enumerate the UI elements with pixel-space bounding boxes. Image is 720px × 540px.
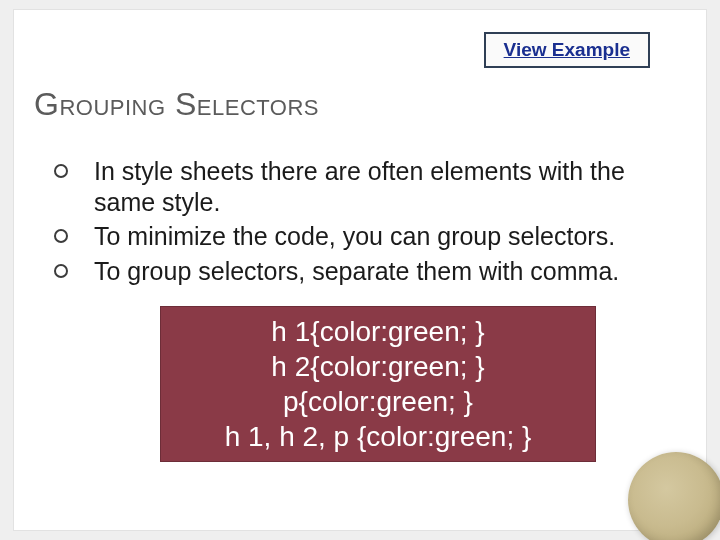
code-block: h 1{color:green; } h 2{color:green; } p{… bbox=[160, 306, 596, 462]
code-line: h 1{color:green; } bbox=[271, 314, 484, 349]
view-example-link-text: View Example bbox=[504, 39, 630, 60]
list-item: In style sheets there are often elements… bbox=[54, 156, 664, 217]
bullet-text: To minimize the code, you can group sele… bbox=[94, 221, 615, 252]
view-example-button[interactable]: View Example bbox=[484, 32, 650, 68]
page-title: Grouping Selectors bbox=[34, 86, 319, 123]
slide: View Example Grouping Selectors In style… bbox=[14, 10, 706, 530]
bullet-icon bbox=[54, 229, 68, 243]
code-line: h 1, h 2, p {color:green; } bbox=[225, 419, 532, 454]
bullet-text: To group selectors, separate them with c… bbox=[94, 256, 619, 287]
decorative-circle-icon bbox=[628, 452, 720, 540]
code-line: p{color:green; } bbox=[283, 384, 473, 419]
bullet-icon bbox=[54, 164, 68, 178]
list-item: To group selectors, separate them with c… bbox=[54, 256, 664, 287]
bullet-text: In style sheets there are often elements… bbox=[94, 156, 664, 217]
list-item: To minimize the code, you can group sele… bbox=[54, 221, 664, 252]
bullet-icon bbox=[54, 264, 68, 278]
code-line: h 2{color:green; } bbox=[271, 349, 484, 384]
bullet-list: In style sheets there are often elements… bbox=[54, 156, 664, 290]
